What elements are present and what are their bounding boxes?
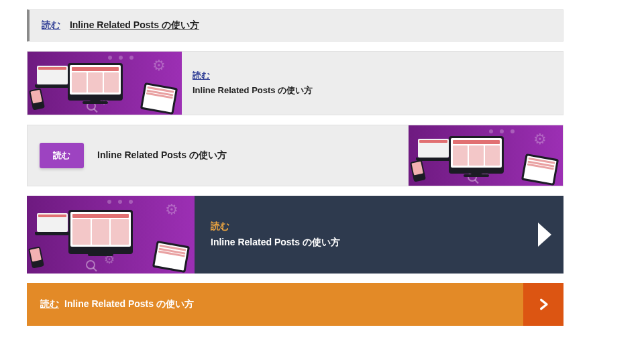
- read-button[interactable]: 読む: [40, 143, 84, 168]
- monitor-icon: [68, 63, 123, 101]
- card-body: 読む Inline Related Posts の使い方: [28, 125, 409, 186]
- post-title: Inline Related Posts の使い方: [64, 298, 194, 310]
- read-label: 読む: [42, 19, 60, 30]
- tablet-icon: [152, 241, 190, 273]
- post-thumbnail: ⚙ ⚙: [28, 52, 182, 115]
- related-post-card-orange[interactable]: 読む Inline Related Posts の使い方: [27, 283, 564, 326]
- related-post-card-button[interactable]: 読む Inline Related Posts の使い方 ⚙ ⚙: [27, 125, 564, 186]
- related-post-card-dark[interactable]: ⚙ ⚙ 読む Inline Related Posts の使い方: [27, 196, 564, 274]
- related-post-card-thumb-left[interactable]: ⚙ ⚙ 読む Inline Related Posts の使い方: [27, 51, 564, 115]
- phone-icon: [29, 88, 45, 111]
- phone-icon: [410, 160, 426, 182]
- post-thumbnail: ⚙ ⚙: [409, 125, 563, 186]
- post-thumbnail: ⚙ ⚙: [27, 196, 195, 274]
- laptop-icon: [37, 66, 68, 88]
- tablet-icon: [140, 82, 178, 115]
- phone-icon: [28, 246, 44, 268]
- laptop-icon: [418, 139, 449, 161]
- monitor-icon: [68, 210, 133, 254]
- gear-icon: ⚙: [165, 201, 178, 219]
- read-label: 読む: [211, 221, 547, 233]
- chevron-right-icon: [537, 298, 550, 311]
- chevron-right-button[interactable]: [523, 283, 564, 326]
- laptop-icon: [37, 213, 68, 235]
- arrow-right-icon: [538, 223, 551, 247]
- post-title: Inline Related Posts の使い方: [97, 149, 227, 162]
- post-title: Inline Related Posts の使い方: [211, 237, 547, 249]
- magnifier-icon: [86, 260, 95, 269]
- gear-icon: ⚙: [533, 131, 547, 148]
- read-label: 読む: [193, 70, 313, 82]
- read-label: 読む: [40, 298, 59, 310]
- card-body: 読む Inline Related Posts の使い方: [182, 52, 323, 115]
- tablet-icon: [521, 154, 559, 186]
- post-title: Inline Related Posts の使い方: [70, 19, 199, 30]
- gear-icon: ⚙: [152, 57, 166, 74]
- post-title: Inline Related Posts の使い方: [193, 84, 313, 97]
- related-post-card-minimal[interactable]: 読む Inline Related Posts の使い方: [27, 9, 564, 42]
- card-body: 読む Inline Related Posts の使い方: [195, 196, 564, 274]
- monitor-icon: [449, 136, 504, 174]
- card-body: 読む Inline Related Posts の使い方: [27, 298, 523, 310]
